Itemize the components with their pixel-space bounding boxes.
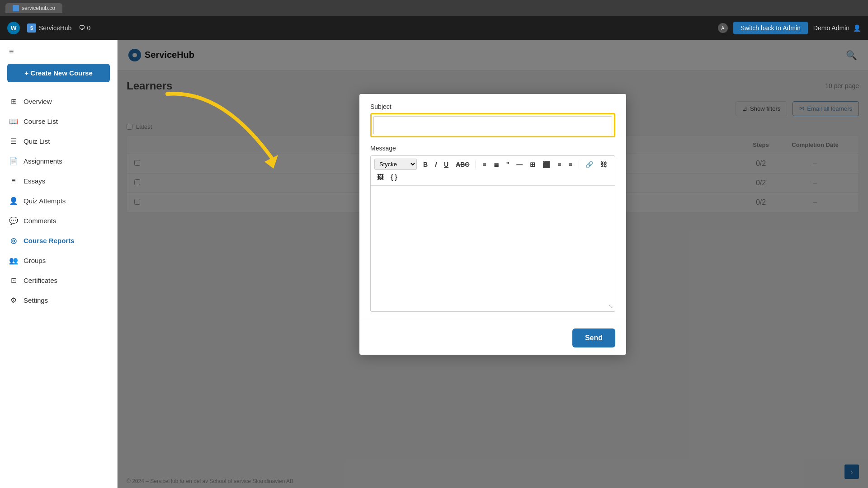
sidebar-item-label-certificates: Certificates xyxy=(24,277,57,284)
toolbar-code-button[interactable]: { } xyxy=(388,172,400,183)
toolbar-align-center-button[interactable]: ≡ xyxy=(555,159,564,170)
tab-favicon xyxy=(13,5,19,11)
settings-icon: ⚙ xyxy=(9,296,18,305)
resize-handle[interactable]: ⤡ xyxy=(609,303,613,310)
sidebar-item-label-quiz-attempts: Quiz Attempts xyxy=(24,197,66,205)
demo-admin-label: Demo Admin 👤 xyxy=(813,24,861,32)
toolbar-divider-2 xyxy=(579,160,579,169)
sidebar-item-quiz-list[interactable]: ☰ Quiz List xyxy=(0,131,117,151)
send-button[interactable]: Send xyxy=(572,328,615,347)
editor-style-select[interactable]: Stycke Heading 1 Heading 2 Heading 3 xyxy=(374,159,417,170)
sidebar-item-label-course-reports: Course Reports xyxy=(24,237,75,244)
sidebar-header: ≡ xyxy=(0,47,117,64)
sidebar-item-groups[interactable]: 👥 Groups xyxy=(0,250,117,270)
sidebar-item-label-overview: Overview xyxy=(24,98,52,105)
hamburger-icon[interactable]: ≡ xyxy=(9,47,14,56)
sidebar-nav: ⊞ Overview 📖 Course List ☰ Quiz List 📄 A… xyxy=(0,91,117,310)
wp-logo[interactable]: W xyxy=(7,22,20,34)
main-content: ServiceHub 🔍 Learners 10 per page ⊿ Show… xyxy=(118,40,868,488)
quiz-attempts-icon: 👤 xyxy=(9,196,18,205)
toolbar-quote-button[interactable]: " xyxy=(504,159,512,170)
sidebar: ≡ + Create New Course ⊞ Overview 📖 Cours… xyxy=(0,40,118,488)
toolbar-strikethrough-button[interactable]: ABC xyxy=(453,159,472,170)
sidebar-item-overview[interactable]: ⊞ Overview xyxy=(0,91,117,111)
toolbar-italic-button[interactable]: I xyxy=(432,159,439,170)
sidebar-item-settings[interactable]: ⚙ Settings xyxy=(0,290,117,310)
subject-input-wrapper xyxy=(370,113,615,137)
switch-back-to-admin-button[interactable]: Switch back to Admin xyxy=(733,22,808,34)
sidebar-item-essays[interactable]: ≡ Essays xyxy=(0,171,117,191)
toolbar-media-button[interactable]: 🖼 xyxy=(374,172,386,183)
sidebar-item-comments[interactable]: 💬 Comments xyxy=(0,211,117,230)
sidebar-item-label-comments: Comments xyxy=(24,217,57,225)
toolbar-unlink-button[interactable]: ⛓ xyxy=(598,159,609,170)
subject-label: Subject xyxy=(370,103,615,110)
editor-toolbar: Stycke Heading 1 Heading 2 Heading 3 B I… xyxy=(370,155,615,185)
toolbar-underline-button[interactable]: U xyxy=(441,159,451,170)
sidebar-item-course-list[interactable]: 📖 Course List xyxy=(0,111,117,131)
wp-admin-bar-left: W S ServiceHub 🗨 0 xyxy=(7,22,90,34)
toolbar-ordered-list-button[interactable]: ≣ xyxy=(491,159,502,170)
assignments-icon: 📄 xyxy=(9,156,18,165)
course-reports-icon: ◎ xyxy=(9,236,18,245)
tab-url: servicehub.co xyxy=(22,5,55,11)
message-label: Message xyxy=(370,145,615,152)
course-list-icon: 📖 xyxy=(9,117,18,126)
essays-icon: ≡ xyxy=(9,176,18,185)
toolbar-hr-button[interactable]: — xyxy=(514,159,525,170)
sidebar-item-quiz-attempts[interactable]: 👤 Quiz Attempts xyxy=(0,191,117,211)
sidebar-item-label-course-list: Course List xyxy=(24,117,58,125)
sidebar-item-label-settings: Settings xyxy=(24,296,48,304)
toolbar-table-button[interactable]: ⊞ xyxy=(527,159,538,170)
message-editor[interactable]: ⤡ xyxy=(370,185,615,312)
sidebar-item-certificates[interactable]: ⊡ Certificates xyxy=(0,270,117,290)
toolbar-divider-1 xyxy=(476,160,476,169)
wp-comments[interactable]: 🗨 0 xyxy=(79,24,90,32)
wp-site-name[interactable]: S ServiceHub xyxy=(27,23,71,33)
toolbar-bold-button[interactable]: B xyxy=(420,159,430,170)
site-icon: S xyxy=(27,23,36,33)
certificates-icon: ⊡ xyxy=(9,276,18,285)
create-new-course-button[interactable]: + Create New Course xyxy=(7,64,110,82)
modal-body: Subject Message Stycke Heading 1 Heading… xyxy=(359,94,626,321)
toolbar-link-button[interactable]: 🔗 xyxy=(583,159,596,170)
email-modal: Subject Message Stycke Heading 1 Heading… xyxy=(359,94,626,355)
sidebar-item-label-quiz-list: Quiz List xyxy=(24,137,50,145)
quiz-list-icon: ☰ xyxy=(9,136,18,145)
admin-circle: A xyxy=(718,23,728,33)
modal-footer: Send xyxy=(359,321,626,355)
overview-icon: ⊞ xyxy=(9,97,18,106)
sidebar-item-assignments[interactable]: 📄 Assignments xyxy=(0,151,117,171)
groups-icon: 👥 xyxy=(9,256,18,265)
toolbar-align-right-button[interactable]: ≡ xyxy=(566,159,575,170)
modal-overlay[interactable]: Subject Message Stycke Heading 1 Heading… xyxy=(118,40,868,488)
comments-icon: 💬 xyxy=(9,216,18,225)
subject-input[interactable] xyxy=(373,116,612,134)
toolbar-align-left-button[interactable]: ⬛ xyxy=(540,159,553,170)
browser-tab[interactable]: servicehub.co xyxy=(5,3,62,13)
browser-bar: servicehub.co xyxy=(0,0,868,16)
sidebar-item-label-essays: Essays xyxy=(24,177,45,185)
wp-admin-bar-right: A Switch back to Admin Demo Admin 👤 xyxy=(718,22,861,34)
sidebar-item-course-reports[interactable]: ◎ Course Reports xyxy=(0,230,117,250)
wp-admin-bar: W S ServiceHub 🗨 0 A Switch back to Admi… xyxy=(0,16,868,40)
sidebar-item-label-assignments: Assignments xyxy=(24,157,62,165)
sidebar-item-label-groups: Groups xyxy=(24,257,46,264)
toolbar-unordered-list-button[interactable]: ≡ xyxy=(480,159,489,170)
app-layout: ≡ + Create New Course ⊞ Overview 📖 Cours… xyxy=(0,40,868,488)
